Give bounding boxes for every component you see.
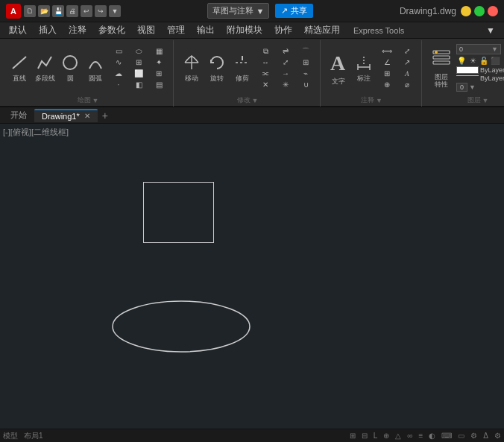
menu-output[interactable]: 输出 — [191, 22, 221, 38]
table2-sm-button[interactable]: ⊞ — [377, 69, 397, 79]
more-icon[interactable]: ▼ — [109, 5, 121, 17]
home-tab[interactable]: 开始 — [3, 108, 34, 122]
model-label[interactable]: 模型 — [3, 431, 18, 441]
menu-manage[interactable]: 管理 — [161, 22, 191, 38]
redo-icon[interactable]: ↪ — [95, 5, 107, 17]
xref-sm-button[interactable]: ✦ — [149, 57, 168, 68]
wcloud-sm-button[interactable]: ☁ — [109, 69, 128, 79]
mirror-sm-button[interactable]: ⊞ — [129, 57, 148, 68]
drawing1-tab[interactable]: Drawing1* ✕ — [34, 109, 98, 122]
ortho-icon[interactable]: L — [374, 432, 378, 440]
offset-sm-button[interactable]: ⫘ — [256, 69, 275, 79]
menu-overflow[interactable]: ▼ — [480, 24, 501, 37]
menu-collaborate[interactable]: 协作 — [268, 22, 298, 38]
scale-sm-button[interactable]: ⤢ — [276, 57, 295, 68]
print-icon[interactable]: 🖨 — [66, 5, 78, 17]
tolerance-sm-button[interactable]: ⌀ — [397, 80, 417, 90]
new-tab-button[interactable]: + — [98, 108, 113, 123]
trim-button[interactable]: 修剪 — [230, 50, 254, 86]
fillet-sm-button[interactable]: ⌒ — [296, 46, 315, 57]
color-swatch[interactable] — [456, 66, 479, 74]
extend-sm-button[interactable]: → — [276, 69, 295, 79]
maximize-button[interactable] — [474, 6, 485, 16]
text-button[interactable]: A 文字 — [327, 50, 350, 86]
grid-icon[interactable]: ⊟ — [362, 432, 368, 440]
join-sm-button[interactable]: ∪ — [296, 80, 315, 90]
spline-sm-button[interactable]: ∿ — [109, 57, 128, 68]
arc-button[interactable]: 圆弧 — [84, 50, 107, 86]
otrack-icon[interactable]: ∞ — [407, 432, 412, 440]
menu-express-tools[interactable]: Express Tools — [346, 22, 412, 39]
block-sm-button[interactable]: ◧ — [129, 80, 148, 90]
lineweight2-icon[interactable]: ▭ — [458, 432, 464, 440]
layer-dropdown[interactable]: 0 ▼ — [456, 44, 501, 54]
canvas-area[interactable]: [-][俯视][二维线框] — [0, 124, 504, 429]
menu-addons[interactable]: 附加模块 — [221, 22, 268, 38]
angular-sm-button[interactable]: ∠ — [377, 57, 397, 68]
workspace-dropdown[interactable]: 草图与注释 ▼ — [207, 3, 270, 19]
draw-expand-icon[interactable]: ▼ — [92, 97, 99, 104]
lineweight-status-icon[interactable]: ≡ — [418, 432, 423, 440]
mtext-sm-button[interactable]: 𝐴 — [397, 69, 417, 79]
line-button[interactable]: 直线 — [7, 50, 31, 86]
share-button[interactable]: ↗ 共享 — [275, 4, 313, 18]
linetype-swatch[interactable] — [456, 75, 479, 81]
menu-insert[interactable]: 插入 — [33, 22, 63, 38]
table-sm-button[interactable]: ⊞ — [149, 69, 168, 79]
print2-icon[interactable]: 🖨 — [501, 55, 504, 66]
annotation-scale-icon[interactable]: Δ — [483, 432, 488, 440]
ellipse-sm-button[interactable]: ⬭ — [129, 46, 148, 57]
dimension-button[interactable]: 标注 — [352, 50, 376, 86]
array-sm-button[interactable]: ⊞ — [296, 57, 315, 68]
menu-featured[interactable]: 精选应用 — [298, 22, 346, 38]
polar-icon[interactable]: ⊕ — [383, 432, 389, 440]
point-sm-button[interactable]: · — [109, 80, 128, 90]
circle-button[interactable]: 圆 — [58, 50, 82, 86]
snap-icon[interactable]: ⊞ — [350, 432, 356, 440]
close-button[interactable] — [488, 6, 498, 16]
minimize-button[interactable] — [461, 6, 471, 16]
light-bulb-icon[interactable]: 💡 — [456, 55, 467, 66]
dynin-icon[interactable]: ⌨ — [441, 432, 452, 440]
modify-expand-icon[interactable]: ▼ — [252, 97, 259, 104]
stretch-sm-button[interactable]: ↔ — [256, 57, 275, 68]
app-logo[interactable]: A — [6, 4, 21, 19]
mirror2-sm-button[interactable]: ⇌ — [276, 46, 295, 57]
annot-expand-icon[interactable]: ▼ — [376, 97, 382, 104]
gradient-sm-button[interactable]: ▤ — [149, 80, 168, 90]
move-button[interactable]: 移动 — [180, 50, 204, 86]
erase-sm-button[interactable]: ✕ — [256, 80, 275, 90]
new-icon[interactable]: 🗋 — [24, 5, 36, 17]
save-icon[interactable]: 💾 — [52, 5, 64, 17]
rect-sm-button[interactable]: ▭ — [109, 46, 128, 57]
copy-sm-button[interactable]: ⧉ — [256, 46, 275, 57]
osnap-icon[interactable]: △ — [395, 432, 401, 440]
rotate-button[interactable]: 旋转 — [205, 50, 229, 86]
open-icon[interactable]: 📂 — [38, 5, 50, 17]
hatch-sm-button[interactable]: ▦ — [149, 46, 168, 57]
doctab-close-button[interactable]: ✕ — [84, 112, 90, 120]
undo-icon[interactable]: ↩ — [81, 5, 92, 17]
menu-view[interactable]: 视图 — [131, 22, 161, 38]
lineweight-dropdown-arrow[interactable]: ▼ — [469, 83, 476, 91]
qprop-icon[interactable]: ⚙ — [470, 432, 477, 440]
color-icon[interactable]: ⬛ — [490, 55, 500, 66]
menu-default[interactable]: 默认 — [3, 22, 33, 38]
polyline-button[interactable]: 多段线 — [33, 50, 57, 86]
break-sm-button[interactable]: ⌁ — [296, 69, 315, 79]
transparency-icon[interactable]: ◐ — [429, 432, 435, 440]
menu-parametric[interactable]: 参数化 — [92, 22, 131, 38]
layer-properties-button[interactable]: 图层特性 — [428, 50, 455, 86]
layout1-label[interactable]: 布局1 — [24, 431, 43, 441]
leader-sm-button[interactable]: ↗ — [397, 57, 417, 68]
workspace-icon[interactable]: ⚙ — [494, 432, 501, 440]
explode-sm-button[interactable]: ✳ — [276, 80, 295, 90]
aligned-sm-button[interactable]: ⤢ — [397, 46, 417, 57]
layer-expand-icon[interactable]: ▼ — [482, 97, 489, 104]
linear-sm-button[interactable]: ⟺ — [377, 46, 397, 57]
center-sm-button[interactable]: ⊕ — [377, 80, 397, 90]
lock-icon[interactable]: 🔓 — [479, 55, 489, 66]
region-sm-button[interactable]: ⬜ — [129, 69, 148, 79]
menu-annotation[interactable]: 注释 — [63, 22, 92, 38]
sun-icon[interactable]: ☀ — [467, 55, 478, 66]
